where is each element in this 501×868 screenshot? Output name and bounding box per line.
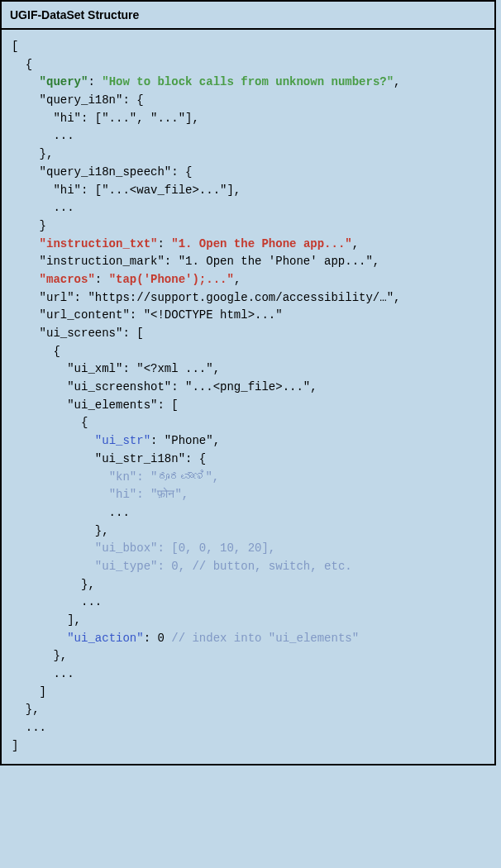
code-line: "hi": ["...<wav_file>..."],: [12, 184, 241, 197]
kn-translation: "kn": "ದೂರವಾಣಿ",: [109, 470, 220, 484]
code-line: "ui_str_i18n": {: [12, 452, 206, 465]
code-line-indent: [12, 470, 109, 484]
code-line: ...: [12, 721, 46, 734]
code-block: [ { "query": "How to block calls from un…: [2, 30, 494, 764]
code-line-indent: [12, 273, 40, 286]
colon: :: [88, 75, 102, 88]
code-line: ...: [12, 506, 130, 519]
code-line: },: [12, 524, 109, 537]
code-line: },: [12, 578, 95, 591]
key-ui-str: "ui_str": [95, 434, 150, 447]
code-line: "url_content": "<!DOCTYPE html>...": [12, 308, 283, 322]
panel-title: UGIF-DataSet Structure: [2, 2, 494, 30]
code-line: "ui_screenshot": "...<png_file>...",: [12, 380, 317, 393]
code-line: {: [12, 345, 60, 358]
code-line: ...: [12, 129, 74, 142]
code-line: "ui_xml": "<?xml ...",: [12, 362, 220, 375]
code-line: ]: [12, 739, 18, 752]
code-line: },: [12, 147, 53, 160]
code-line: ...: [12, 201, 74, 214]
code-line: "query_i18n": {: [12, 93, 144, 107]
val-macros: "tap('Phone');...": [109, 273, 234, 286]
code-line-indent: [12, 75, 40, 88]
key-query: "query": [40, 75, 88, 88]
comment-ui-action: // index into "ui_elements": [171, 632, 359, 645]
val-ui-action: : 0: [144, 632, 172, 645]
code-line: "hi": ["...", "..."],: [12, 112, 199, 125]
document-frame: UGIF-DataSet Structure [ { "query": "How…: [0, 0, 496, 765]
code-line-indent: [12, 237, 40, 250]
key-macros: "macros": [40, 273, 95, 286]
code-line-indent: [12, 560, 95, 573]
comma: ,: [352, 237, 359, 250]
val-instruction-txt: "1. Open the Phone app...": [171, 237, 351, 250]
key-ui-action: "ui_action": [67, 632, 143, 645]
code-line: "ui_elements": [: [12, 398, 179, 412]
code-line: },: [12, 649, 67, 662]
code-line: [: [12, 40, 18, 53]
code-line: ...: [12, 667, 74, 680]
code-line: "url": "https://support.google.com/acces…: [12, 291, 400, 304]
code-line-indent: [12, 488, 109, 501]
code-line-indent: [12, 541, 95, 555]
code-line: ...: [12, 595, 102, 608]
colon: :: [157, 237, 171, 250]
code-line: }: [12, 219, 46, 232]
val-ui-str: : "Phone",: [150, 434, 220, 447]
code-line: },: [12, 703, 40, 716]
comma: ,: [394, 75, 400, 88]
colon: :: [95, 273, 109, 286]
code-line: "query_i18n_speech": {: [12, 165, 192, 179]
key-instruction-txt: "instruction_txt": [40, 237, 158, 250]
code-line-indent: [12, 434, 95, 447]
code-line: {: [12, 58, 32, 71]
code-line: "ui_screens": [: [12, 327, 144, 340]
hi-translation: "hi": "फ़ोन",: [109, 488, 189, 501]
val-query: "How to block calls from unknown numbers…: [102, 75, 394, 88]
code-line: ],: [12, 613, 81, 627]
code-line: ]: [12, 685, 46, 699]
code-line-indent: [12, 632, 67, 645]
comma: ,: [234, 273, 241, 286]
ui-type: "ui_type": 0, // button, switch, etc.: [95, 560, 352, 573]
code-line: "instruction_mark": "1. Open the 'Phone'…: [12, 255, 379, 268]
code-line: {: [12, 416, 88, 429]
ui-bbox: "ui_bbox": [0, 0, 10, 20],: [95, 541, 275, 555]
